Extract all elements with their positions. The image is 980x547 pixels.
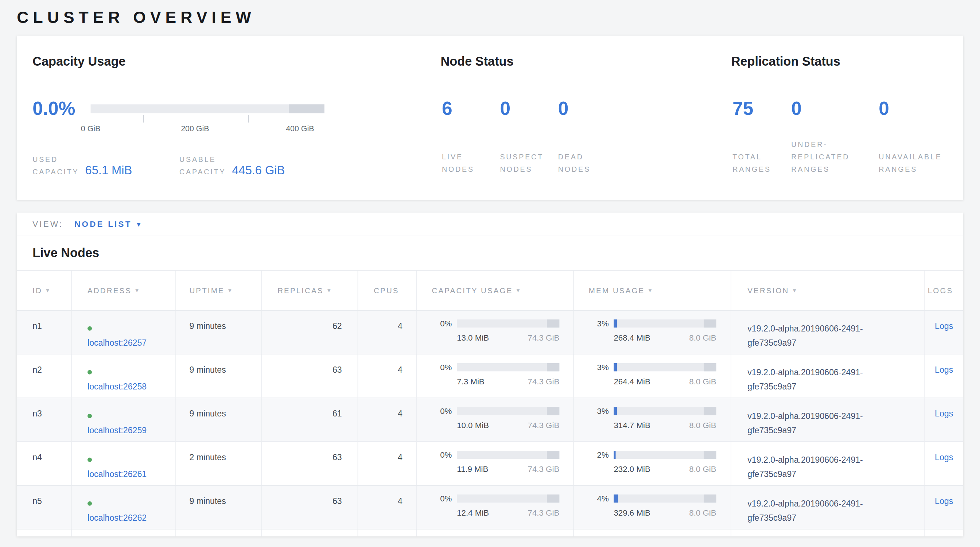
unavailable-ranges-stat: 0 UNAVAILABLE RANGES — [879, 98, 942, 176]
capacity-percent: 0% — [428, 494, 452, 503]
node-id: n5 — [17, 486, 72, 529]
total-ranges-label: TOTAL RANGES — [732, 118, 791, 176]
node-cpus: 4 — [358, 355, 417, 398]
replication-status-section: Replication Status 75 TOTAL RANGES 0 UND… — [731, 36, 963, 200]
node-uptime: 9 minutes — [176, 311, 262, 354]
node-address-link[interactable]: localhost:26262 — [88, 513, 146, 523]
used-capacity: USED CAPACITY 65.1 MiB — [32, 153, 180, 178]
mem-bar — [614, 407, 716, 415]
column-header-id[interactable]: ID▾ — [17, 270, 72, 310]
table-row: n3 localhost:26259 9 minutes 61 4 0% 10.… — [17, 398, 963, 442]
logs-link[interactable]: Logs — [935, 453, 953, 462]
column-header-mem-usage[interactable]: MEM USAGE▾ — [574, 270, 731, 310]
sort-caret-icon: ▾ — [46, 287, 50, 294]
mem-max: 8.0 GiB — [689, 464, 716, 474]
capacity-max: 74.3 GiB — [528, 377, 560, 386]
capacity-bar — [457, 407, 559, 415]
gauge-tick — [248, 115, 249, 122]
under-replicated-ranges-stat: 0 UNDER- REPLICATED RANGES — [791, 98, 879, 176]
mem-max: 8.0 GiB — [689, 508, 716, 518]
logs-link[interactable]: Logs — [935, 321, 953, 331]
dead-nodes-value: 0 — [558, 98, 616, 118]
capacity-bar — [457, 495, 559, 502]
column-header-version[interactable]: VERSION▾ — [731, 270, 925, 310]
node-id: n4 — [17, 442, 72, 485]
table-row: n4 localhost:26261 2 minutes 63 4 0% 11.… — [17, 442, 963, 486]
capacity-used: 11.9 MiB — [457, 464, 488, 474]
logs-link[interactable]: Logs — [935, 409, 953, 418]
capacity-max: 74.3 GiB — [528, 508, 560, 518]
capacity-usage-title: Capacity Usage — [32, 54, 126, 68]
gauge-used-segment — [289, 104, 325, 113]
capacity-gauge-bar: 0 GiB 200 GiB 400 GiB — [91, 104, 325, 113]
view-dropdown[interactable]: NODE LIST — [75, 219, 132, 229]
usable-capacity-label: USABLE CAPACITY — [180, 153, 226, 178]
node-address-link[interactable]: localhost:26259 — [88, 426, 146, 435]
sort-caret-icon: ▾ — [793, 287, 797, 294]
summary-card: Capacity Usage 0.0% 0 GiB 200 GiB 400 Gi… — [17, 36, 963, 200]
capacity-max: 74.3 GiB — [528, 333, 560, 343]
suspect-nodes-value: 0 — [500, 98, 558, 118]
capacity-used: 10.0 MiB — [457, 421, 489, 430]
column-header-capacity-usage[interactable]: CAPACITY USAGE▾ — [417, 270, 573, 310]
column-header-cpus: CPUS — [358, 270, 417, 310]
node-version: v19.2.0-alpha.20190606-2491-gfe735c9a97 — [748, 409, 899, 437]
capacity-percent: 0% — [428, 319, 452, 328]
mem-percent: 3% — [585, 363, 609, 372]
gauge-tick — [143, 115, 144, 122]
capacity-bar — [457, 363, 559, 371]
mem-percent: 3% — [585, 406, 609, 416]
used-capacity-value: 65.1 MiB — [85, 164, 132, 178]
under-replicated-ranges-value: 0 — [791, 98, 879, 118]
capacity-used: 7.3 MiB — [457, 377, 485, 386]
node-cpus: 4 — [358, 311, 417, 354]
mem-max: 8.0 GiB — [689, 377, 716, 386]
capacity-bar — [457, 320, 559, 328]
node-live-dot-icon — [88, 501, 92, 506]
node-address-link[interactable]: localhost:26261 — [88, 469, 146, 479]
table-row: n2 localhost:26258 9 minutes 63 4 0% 7.3… — [17, 355, 963, 398]
page-title: CLUSTER OVERVIEW — [17, 8, 255, 27]
node-replicas: 63 — [262, 355, 358, 398]
node-replicas: 61 — [262, 398, 358, 441]
node-list-card: VIEW: NODE LIST ▾ Live Nodes ID▾ ADDRESS… — [17, 213, 963, 536]
mem-max: 8.0 GiB — [689, 333, 716, 343]
column-header-address[interactable]: ADDRESS▾ — [72, 270, 176, 310]
live-nodes-label: LIVE NODES — [442, 118, 500, 176]
mem-percent: 2% — [585, 450, 609, 460]
node-uptime: 9 minutes — [176, 398, 262, 441]
mem-usage-cell: 3% 264.4 MiB8.0 GiB — [574, 355, 731, 398]
node-address-link[interactable]: localhost:26258 — [88, 382, 146, 391]
column-header-replicas[interactable]: REPLICAS▾ — [262, 270, 358, 310]
capacity-gauge: 0.0% 0 GiB 200 GiB 400 GiB — [32, 98, 325, 119]
node-id: n3 — [17, 398, 72, 441]
usable-capacity: USABLE CAPACITY 445.6 GiB — [180, 153, 285, 178]
capacity-usage-cell: 0% 13.0 MiB74.3 GiB — [417, 311, 573, 354]
node-version: v19.2.0-alpha.20190606-2491-gfe735c9a97 — [748, 321, 899, 350]
logs-link[interactable]: Logs — [935, 496, 953, 506]
table-row: n5 localhost:26262 9 minutes 63 4 0% 12.… — [17, 486, 963, 530]
dead-nodes-stat: 0 DEAD NODES — [558, 98, 616, 176]
node-uptime: 9 minutes — [176, 355, 262, 398]
logs-link[interactable]: Logs — [935, 365, 953, 375]
node-status-section: Node Status 6 LIVE NODES 0 SUSPECT NODES… — [441, 36, 731, 200]
under-replicated-ranges-label: UNDER- REPLICATED RANGES — [791, 118, 879, 176]
chevron-down-icon[interactable]: ▾ — [137, 220, 140, 229]
node-cpus: 4 — [358, 486, 417, 529]
capacity-percent: 0.0% — [32, 98, 91, 119]
mem-max: 8.0 GiB — [689, 421, 716, 430]
node-address-link[interactable]: localhost:26257 — [88, 338, 146, 348]
mem-used: 268.4 MiB — [614, 333, 650, 343]
node-version: v19.2.0-alpha.20190606-2491-gfe735c9a97 — [748, 365, 899, 394]
table-header: ID▾ ADDRESS▾ UPTIME▾ REPLICAS▾ CPUS CAPA… — [17, 270, 963, 311]
view-label: VIEW: — [32, 219, 63, 229]
unavailable-ranges-value: 0 — [879, 98, 942, 118]
column-header-uptime[interactable]: UPTIME▾ — [176, 270, 262, 310]
total-ranges-stat: 75 TOTAL RANGES — [732, 98, 791, 176]
node-status-title: Node Status — [441, 54, 514, 68]
capacity-percent: 0% — [428, 363, 452, 372]
used-capacity-label: USED CAPACITY — [32, 153, 79, 178]
node-cpus: 4 — [358, 398, 417, 441]
sort-caret-icon: ▾ — [228, 287, 232, 294]
capacity-used: 13.0 MiB — [457, 333, 489, 343]
